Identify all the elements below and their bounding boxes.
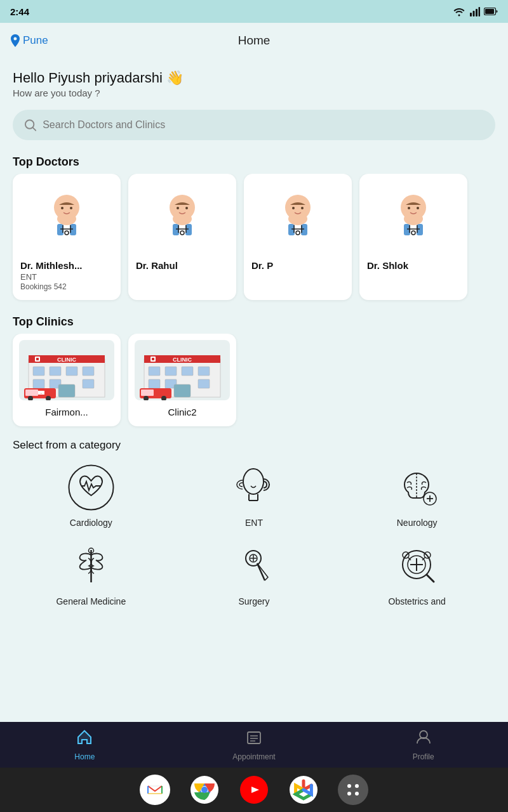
category-label: Cardiology <box>70 518 112 528</box>
svg-rect-77 <box>152 358 154 360</box>
svg-point-13 <box>61 207 64 209</box>
category-item-cardiology[interactable]: Cardiology <box>13 462 170 528</box>
greeting-hello: Hello Piyush priyadarshi 👋 <box>13 70 495 86</box>
svg-rect-67 <box>25 390 38 396</box>
top-clinics-title: Top Clinics <box>0 306 508 334</box>
svg-point-36 <box>301 207 304 209</box>
location-button[interactable]: Pune <box>10 34 48 47</box>
nav-item-appointment[interactable]: Appointment <box>229 728 279 761</box>
photos-icon[interactable] <box>288 775 319 805</box>
doctor-card[interactable]: Dr. Rahul <box>128 174 236 300</box>
nav-item-profile[interactable]: Profile <box>398 728 449 761</box>
clinic-name: Fairmon... <box>45 407 88 417</box>
svg-rect-5 <box>485 9 494 14</box>
svg-line-108 <box>427 575 434 582</box>
svg-point-24 <box>177 207 179 209</box>
doctor-card[interactable]: Dr. Shlok <box>359 174 467 300</box>
svg-rect-79 <box>165 367 177 376</box>
top-bar: Pune Home <box>0 23 508 58</box>
svg-text:CLINIC: CLINIC <box>57 357 76 363</box>
clinic-card[interactable]: CLINIC Clinic2 <box>128 334 236 426</box>
doctor-avatar <box>147 184 217 254</box>
svg-point-14 <box>70 207 72 209</box>
svg-rect-81 <box>198 367 210 376</box>
doctors-scroll: Dr. Mithlesh... ENT Bookings 542 Dr. <box>0 174 508 306</box>
battery-icon <box>484 8 498 15</box>
category-item-obstetrics[interactable]: Obstetrics and <box>338 540 495 606</box>
search-bar[interactable] <box>13 110 495 140</box>
category-label: Neurology <box>397 518 438 528</box>
category-label: Surgery <box>238 596 269 606</box>
top-doctors-title: Top Doctors <box>0 147 508 174</box>
clinic-card[interactable]: CLINIC + <box>13 334 121 426</box>
doctor-avatar <box>378 184 448 254</box>
svg-text:CLINIC: CLINIC <box>173 357 192 363</box>
svg-rect-85 <box>174 384 190 397</box>
location-label: Pune <box>23 34 48 47</box>
svg-rect-2 <box>476 9 478 16</box>
svg-rect-84 <box>198 379 210 388</box>
category-grid: Cardiology <box>13 462 495 606</box>
gmail-icon[interactable] <box>140 775 170 805</box>
doctor-name: Dr. Rahul <box>136 260 178 271</box>
clinic-image: CLINIC + <box>19 340 114 400</box>
appointment-icon <box>245 728 263 750</box>
doctor-bookings: Bookings 542 <box>20 282 67 291</box>
search-input[interactable] <box>43 119 484 131</box>
svg-point-128 <box>201 787 208 793</box>
doctor-card[interactable]: Dr. Mithlesh... ENT Bookings 542 <box>13 174 121 300</box>
svg-rect-60 <box>66 367 77 376</box>
general-medicine-icon <box>65 540 116 591</box>
svg-point-25 <box>185 207 188 209</box>
svg-rect-58 <box>33 367 44 376</box>
svg-line-7 <box>33 128 36 130</box>
greeting-section: Hello Piyush priyadarshi 👋 How are you t… <box>0 58 508 101</box>
home-icon <box>76 728 93 750</box>
more-apps-icon[interactable] <box>338 775 368 805</box>
clinic-name: Clinic2 <box>168 407 196 417</box>
category-item-ent[interactable]: ENT <box>176 462 333 528</box>
svg-point-12 <box>57 213 76 225</box>
nav-label-profile: Profile <box>413 752 434 761</box>
svg-rect-65 <box>58 384 75 397</box>
wifi-icon <box>452 6 466 16</box>
youtube-icon[interactable] <box>239 775 269 805</box>
svg-point-135 <box>347 792 351 796</box>
svg-rect-115 <box>248 732 260 743</box>
profile-icon <box>415 728 432 750</box>
svg-point-47 <box>417 207 419 209</box>
search-icon <box>24 119 36 131</box>
svg-rect-82 <box>149 379 160 388</box>
svg-rect-80 <box>182 367 193 376</box>
svg-rect-57 <box>36 358 39 360</box>
nav-item-home[interactable]: Home <box>59 728 110 761</box>
doctor-avatar <box>263 184 333 254</box>
svg-rect-61 <box>83 367 94 376</box>
svg-point-136 <box>355 792 359 796</box>
category-label: General Medicine <box>56 596 126 606</box>
svg-point-35 <box>292 207 295 209</box>
category-section-title: Select from a category <box>13 439 495 452</box>
nav-label-home: Home <box>74 752 95 761</box>
category-item-general[interactable]: General Medicine <box>13 540 170 606</box>
category-item-neurology[interactable]: Neurology <box>338 462 495 528</box>
category-item-surgery[interactable]: Surgery <box>176 540 333 606</box>
nav-label-appointment: Appointment <box>232 752 275 761</box>
page-title: Home <box>238 34 271 48</box>
svg-rect-1 <box>473 11 475 16</box>
svg-point-34 <box>288 213 307 225</box>
greeting-sub: How are you today ? <box>13 88 495 98</box>
category-label: ENT <box>245 518 263 528</box>
svg-point-90 <box>69 465 113 509</box>
svg-rect-78 <box>149 367 160 376</box>
obstetrics-icon <box>392 540 443 591</box>
chrome-icon[interactable] <box>189 775 220 805</box>
clinics-scroll: CLINIC + <box>0 334 508 433</box>
svg-point-134 <box>355 784 359 788</box>
category-section: Select from a category Cardiology <box>0 433 508 619</box>
bottom-nav: Home Appointment Profile <box>0 722 508 768</box>
doctor-card[interactable]: Dr. P <box>244 174 352 300</box>
category-label: Obstetrics and <box>389 596 446 606</box>
doctor-name: Dr. P <box>251 260 273 271</box>
svg-rect-64 <box>83 379 94 388</box>
